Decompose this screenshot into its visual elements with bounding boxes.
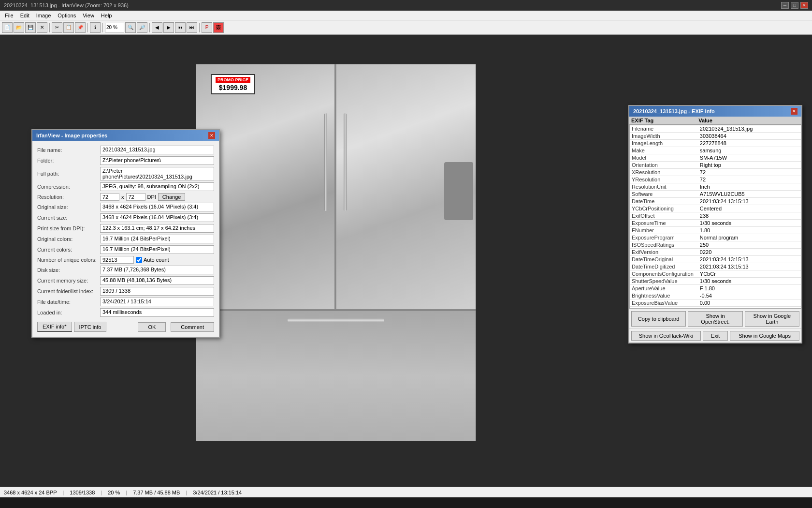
menu-help[interactable]: Help	[98, 12, 115, 19]
exif-tag-cell: ISOSpeedRatings	[632, 242, 700, 248]
image-props-close-button[interactable]: ✕	[208, 132, 215, 139]
auto-count-checkbox[interactable]	[136, 257, 142, 263]
exif-row[interactable]: Filename20210324_131513.jpg	[630, 125, 801, 133]
memory-size-label: Current memory size:	[37, 278, 100, 284]
exif-row[interactable]: ExposureProgramNormal program	[630, 234, 801, 241]
separator2	[87, 23, 88, 32]
exif-value-cell: 20210324_131513.jpg	[700, 126, 799, 132]
print-size-label: Print size from DPI):	[37, 225, 100, 231]
prop-row-original-colors: Original colors: 16.7 Million (24 BitsPe…	[37, 235, 214, 243]
prop-row-folder-index: Current folder/list index: 1309 / 1338	[37, 287, 214, 296]
comment-button[interactable]: Comment	[171, 322, 214, 332]
unique-colors-label: Number of unique colors:	[37, 257, 100, 263]
exif-value-cell: Inch	[700, 184, 799, 190]
exif-value-cell: Right top	[700, 162, 799, 168]
fullpath-label: Full path:	[37, 171, 100, 177]
toolbar-cut[interactable]: ✂	[52, 22, 62, 33]
zoom-in[interactable]: 🔍	[125, 22, 136, 33]
exif-row[interactable]: XResolution72	[630, 169, 801, 176]
toolbar-close[interactable]: ✕	[37, 22, 47, 33]
prop-row-disk-size: Disk size: 7.37 MB (7,726,368 Bytes)	[37, 266, 214, 274]
exif-row[interactable]: YCbCrPositioningCentered	[630, 205, 801, 212]
folder-index-value: 1309 / 1338	[100, 287, 214, 296]
status-bar: 3468 x 4624 x 24 BPP | 1309/1338 | 20 % …	[0, 487, 812, 497]
separator4	[149, 23, 150, 32]
toolbar-irfan[interactable]: 🖼	[213, 22, 224, 33]
resolution-y-input[interactable]	[126, 193, 145, 201]
exif-row[interactable]: ImageLength227278848	[630, 140, 801, 147]
exif-title-bar: 20210324_131513.jpg - EXIF Info ✕	[629, 106, 801, 117]
promo-label: PROMO PRICE	[216, 77, 250, 83]
exif-exit-button[interactable]: Exit	[703, 331, 728, 341]
zoom-out[interactable]: 🔎	[137, 22, 147, 33]
exif-row[interactable]: FNumber1.80	[630, 227, 801, 234]
copy-clipboard-button[interactable]: Copy to clipboard	[631, 311, 686, 327]
exif-close-button[interactable]: ✕	[791, 108, 798, 115]
menu-edit[interactable]: Edit	[17, 12, 32, 19]
exif-table[interactable]: Filename20210324_131513.jpgImageWidth303…	[629, 125, 801, 309]
nav-next[interactable]: ▶	[163, 22, 174, 33]
exif-row[interactable]: DateTime2021:03:24 13:15:13	[630, 198, 801, 205]
exif-row[interactable]: ExifOffset238	[630, 212, 801, 220]
exif-info-button[interactable]: EXIF info*	[37, 322, 72, 332]
toolbar-paste[interactable]: 📌	[75, 22, 86, 33]
toolbar-copy[interactable]: 📋	[63, 22, 74, 33]
status-datetime: 3/24/2021 / 13:15:14	[193, 490, 242, 495]
exif-row[interactable]: ExposureBiasValue0.00	[630, 299, 801, 307]
menu-file[interactable]: File	[2, 12, 16, 19]
filename-label: File name:	[37, 147, 100, 153]
nav-prev[interactable]: ◀	[152, 22, 162, 33]
image-props-title-bar: IrfanView - Image properties ✕	[32, 130, 219, 141]
toolbar-save[interactable]: 💾	[25, 22, 36, 33]
disk-size-value: 7.37 MB (7,726,368 Bytes)	[100, 266, 214, 274]
exif-row[interactable]: ExifVersion0220	[630, 249, 801, 256]
prop-row-current-colors: Current colors: 16.7 Million (24 BitsPer…	[37, 245, 214, 254]
prop-row-compression: Compression: JPEG, quality: 98, subsampl…	[37, 182, 214, 191]
separator5	[199, 23, 200, 32]
nav-first[interactable]: ⏮	[175, 22, 186, 33]
zoom-input[interactable]	[105, 23, 124, 32]
minimize-button[interactable]: ─	[781, 2, 789, 9]
exif-row[interactable]: Makesamsung	[630, 147, 801, 154]
toolbar-open[interactable]: 📂	[14, 22, 24, 33]
show-geohack-button[interactable]: Show in GeoHack-Wiki	[631, 331, 701, 341]
prop-row-memory-size: Current memory size: 45.88 MB (48,108,13…	[37, 276, 214, 285]
auto-count-label[interactable]: Auto count	[136, 257, 169, 263]
exif-row[interactable]: ModelSM-A715W	[630, 154, 801, 162]
show-openstreet-button[interactable]: Show in OpenStreet.	[688, 311, 742, 327]
toolbar-info[interactable]: ℹ	[90, 22, 101, 33]
show-google-earth-button[interactable]: Show in Google Earth	[745, 311, 799, 327]
exif-row[interactable]: ExposureTime1/30 seconds	[630, 220, 801, 227]
show-google-maps-button[interactable]: Show in Google Maps	[730, 331, 799, 341]
current-colors-label: Current colors:	[37, 247, 100, 253]
exif-tag-cell: ExposureBiasValue	[632, 300, 700, 306]
toolbar: 📄 📂 💾 ✕ ✂ 📋 📌 ℹ 🔍 🔎 ◀ ▶ ⏮ ⏭ P 🖼	[0, 20, 812, 35]
resolution-change-button[interactable]: Change	[158, 193, 186, 201]
exif-row[interactable]: ComponentsConfigurationYCbCr	[630, 270, 801, 278]
close-button[interactable]: ✕	[800, 2, 808, 9]
unique-count-input[interactable]	[100, 256, 134, 264]
iptc-info-button[interactable]: IPTC info	[74, 322, 107, 332]
exif-row[interactable]: ResolutionUnitInch	[630, 183, 801, 191]
exif-row[interactable]: YResolution72	[630, 176, 801, 183]
maximize-button[interactable]: □	[791, 2, 798, 9]
ok-button[interactable]: OK	[138, 322, 166, 332]
exif-row[interactable]: OrientationRight top	[630, 162, 801, 169]
exif-tag-cell: XResolution	[632, 169, 700, 175]
nav-last[interactable]: ⏭	[187, 22, 197, 33]
exif-row[interactable]: SoftwareA715WVLU2CUB5	[630, 191, 801, 198]
exif-row[interactable]: ApertureValueF 1.80	[630, 285, 801, 292]
resolution-x-input[interactable]	[100, 193, 119, 201]
exif-row[interactable]: DateTimeDigitized2021:03:24 13:15:13	[630, 263, 801, 270]
toolbar-print[interactable]: P	[202, 22, 212, 33]
exif-row[interactable]: ShutterSpeedValue1/30 seconds	[630, 278, 801, 285]
exif-row[interactable]: ISOSpeedRatings250	[630, 241, 801, 249]
exif-value-cell: 72	[700, 177, 799, 182]
exif-row[interactable]: DateTimeOriginal2021:03:24 13:15:13	[630, 256, 801, 263]
menu-options[interactable]: Options	[55, 12, 79, 19]
exif-row[interactable]: ImageWidth303038464	[630, 133, 801, 140]
menu-image[interactable]: Image	[33, 12, 54, 19]
exif-row[interactable]: BrightnessValue-0.54	[630, 292, 801, 299]
toolbar-new[interactable]: 📄	[2, 22, 13, 33]
menu-view[interactable]: View	[80, 12, 97, 19]
